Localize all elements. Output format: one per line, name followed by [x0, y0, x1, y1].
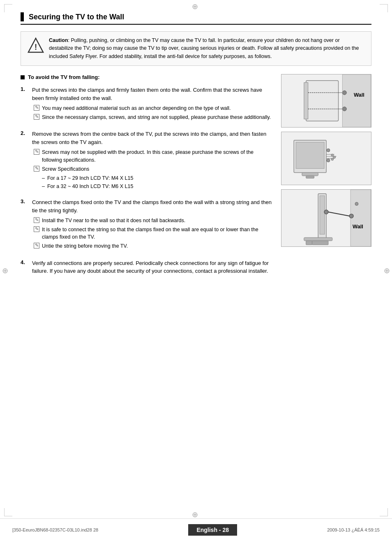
step-3-note-1-text: Install the TV near to the wall so that … — [42, 217, 185, 224]
dash-1-text: For a 17 ~ 29 Inch LCD TV: M4 X L15 — [47, 174, 134, 182]
left-column: To avoid the TV from falling: 1. Put the… — [21, 74, 273, 285]
step-1-content: Put the screws into the clamps and firml… — [32, 86, 273, 123]
svg-rect-22 — [350, 190, 371, 246]
step-3-note-3: ✎ Untie the string before moving the TV. — [34, 242, 273, 250]
right-column: Wall — [281, 74, 371, 285]
svg-rect-21 — [306, 176, 314, 178]
section-title: Securing the TV to the Wall — [21, 12, 371, 25]
step-3-text: Connect the clamps fixed onto the TV and… — [32, 198, 273, 214]
note-icon-4: ✎ — [34, 166, 39, 172]
caution-label: Caution — [49, 37, 68, 43]
step-3-note-3-text: Untie the string before moving the TV. — [42, 242, 128, 250]
footer-right: 2009-10-13 ¿ÁÈÁ 4:59:15 — [327, 527, 380, 532]
step-4: 4. Verify all connections are properly s… — [21, 259, 273, 278]
diagram-1: Wall — [281, 74, 371, 128]
step-2-dash-list: – For a 17 ~ 29 Inch LCD TV: M4 X L15 – … — [42, 174, 273, 190]
step-3: 3. Connect the clamps fixed onto the TV … — [21, 198, 273, 252]
step-2-note-2-text: Screw Specifications — [42, 165, 89, 173]
svg-text:Wall: Wall — [353, 223, 363, 230]
footer: [350-EeuroJBN68-02357C-03L10.ind28 28 En… — [0, 518, 392, 541]
step-3-notes: ✎ Install the TV near to the wall so tha… — [34, 217, 273, 250]
footer-page-badge: English - 28 — [188, 524, 237, 536]
step-4-number: 4. — [21, 259, 29, 278]
svg-rect-4 — [304, 83, 308, 119]
footer-left: [350-EeuroJBN68-02357C-03L10.ind28 28 — [12, 527, 98, 532]
title-bar — [21, 12, 24, 21]
svg-point-6 — [342, 107, 346, 111]
svg-rect-3 — [306, 81, 339, 121]
dash-2: – For a 32 ~ 40 Inch LCD TV: M6 X L15 — [42, 183, 273, 190]
caution-text: Caution: Pulling, pushing, or climbing o… — [49, 37, 364, 60]
diagram-3-svg: Wall — [281, 190, 371, 246]
dash-2-dash: – — [42, 183, 45, 190]
step-1-notes: ✎ You may need additional material such … — [34, 104, 273, 121]
step-3-number: 3. — [21, 198, 29, 252]
svg-point-18 — [333, 156, 336, 158]
crosshair-left — [2, 266, 8, 275]
svg-point-31 — [355, 202, 358, 206]
corner-mark-bl — [4, 508, 12, 516]
step-2-note-1-text: Screws may not be supplied with the prod… — [42, 149, 273, 163]
corner-mark-br — [380, 508, 388, 516]
svg-point-12 — [327, 149, 330, 152]
svg-rect-11 — [296, 142, 324, 169]
step-4-content: Verify all connections are properly secu… — [32, 259, 273, 278]
svg-point-19 — [331, 158, 334, 160]
diagram-3: Wall — [281, 189, 371, 247]
svg-rect-27 — [312, 241, 328, 245]
caution-icon: ! — [28, 37, 43, 53]
svg-rect-24 — [320, 196, 325, 235]
dash-1: – For a 17 ~ 29 Inch LCD TV: M4 X L15 — [42, 174, 273, 182]
step-1-note-1-text: You may need additional material such as… — [42, 104, 231, 112]
diagram-2 — [281, 132, 371, 185]
step-1-text: Put the screws into the clamps and firml… — [32, 86, 273, 102]
note-icon-1: ✎ — [34, 105, 39, 111]
caution-body: Pulling, pushing, or climbing on the TV … — [49, 37, 359, 59]
note-icon-2: ✎ — [34, 114, 39, 120]
svg-rect-26 — [306, 241, 312, 245]
svg-rect-2 — [342, 74, 371, 127]
section-subheading: To avoid the TV from falling: — [21, 74, 273, 80]
step-3-note-2-text: It is safe to connect the string so that… — [42, 226, 273, 241]
step-2-notes: ✎ Screws may not be supplied with the pr… — [34, 149, 273, 190]
note-icon-7: ✎ — [34, 243, 39, 248]
step-2-content: Remove the screws from the centre back o… — [32, 130, 273, 191]
diagram-1-svg: Wall — [281, 74, 371, 127]
step-1-note-1: ✎ You may need additional material such … — [34, 104, 273, 112]
content-area: To avoid the TV from falling: 1. Put the… — [21, 74, 371, 285]
corner-mark-tr — [380, 4, 388, 12]
subheading-text: To avoid the TV from falling: — [28, 74, 100, 80]
step-1-note-2: ✎ Since the necessary clamps, screws, an… — [34, 114, 273, 121]
note-icon-3: ✎ — [34, 149, 39, 155]
step-2-number: 2. — [21, 130, 29, 191]
svg-point-17 — [331, 154, 334, 156]
crosshair-right — [384, 266, 390, 275]
step-1-number: 1. — [21, 86, 29, 123]
note-icon-6: ✎ — [34, 226, 39, 232]
step-2: 2. Remove the screws from the centre bac… — [21, 130, 273, 191]
step-1: 1. Put the screws into the clamps and fi… — [21, 86, 273, 123]
crosshair-bottom — [192, 510, 200, 518]
step-4-text: Verify all connections are properly secu… — [32, 259, 273, 275]
note-icon-5: ✎ — [34, 217, 39, 223]
corner-mark-tl — [4, 4, 12, 12]
step-2-note-1: ✎ Screws may not be supplied with the pr… — [34, 149, 273, 163]
diagram-2-svg — [281, 132, 371, 185]
step-2-note-2: ✎ Screw Specifications — [34, 165, 273, 173]
svg-line-30 — [328, 212, 349, 216]
svg-point-13 — [327, 159, 330, 162]
svg-text:!: ! — [35, 42, 37, 51]
section-title-text: Securing the TV to the Wall — [29, 13, 124, 21]
dash-1-dash: – — [42, 174, 45, 182]
svg-text:Wall: Wall — [354, 92, 364, 98]
footer-center: English - 28 — [188, 524, 237, 536]
step-1-note-2-text: Since the necessary clamps, screws, and … — [42, 114, 271, 121]
step-3-note-1: ✎ Install the TV near to the wall so tha… — [34, 217, 273, 224]
svg-point-5 — [342, 91, 346, 95]
crosshair-top — [192, 2, 200, 10]
step-2-text: Remove the screws from the centre back o… — [32, 130, 273, 146]
page: Securing the TV to the Wall ! Caution: P… — [0, 0, 392, 541]
square-bullet — [21, 75, 25, 79]
caution-box: ! Caution: Pulling, pushing, or climbing… — [21, 31, 371, 66]
svg-point-29 — [349, 214, 353, 218]
